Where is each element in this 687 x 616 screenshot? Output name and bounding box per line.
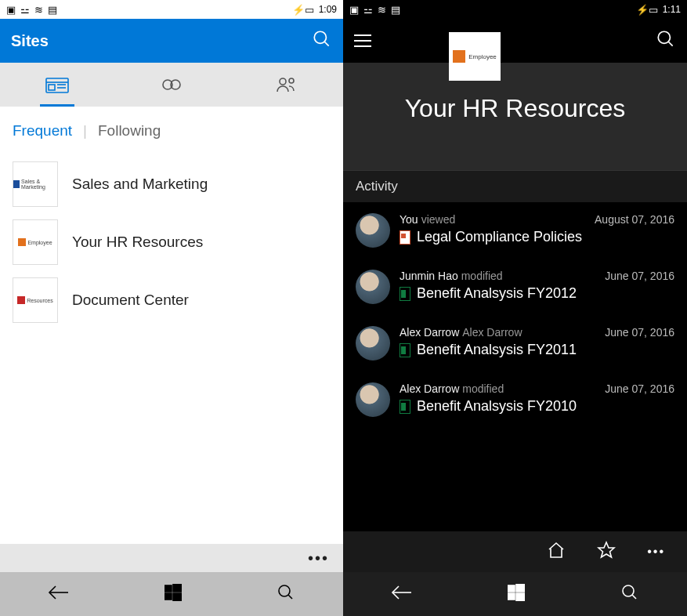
doc-title: Legal Compliance Policies: [417, 229, 582, 245]
doc-title: Benefit Analsysis FY2012: [417, 285, 577, 302]
site-list: Sales & Marketing Sales and Marketing Em…: [0, 155, 343, 544]
battery-icon: ⚡▭: [292, 4, 314, 16]
system-navbar: [0, 572, 343, 616]
action-bar: •••: [343, 531, 687, 572]
activity-verb: viewed: [421, 213, 456, 226]
svg-rect-12: [165, 585, 172, 592]
activity-item[interactable]: YouviewedAugust 07, 2016 Legal Complianc…: [343, 202, 687, 259]
excel-icon: [400, 287, 410, 301]
home-icon[interactable]: [547, 541, 566, 563]
page-title: Sites: [11, 32, 49, 50]
back-button[interactable]: [391, 585, 413, 603]
app-header: Sites: [0, 19, 343, 63]
activity-item[interactable]: Junmin HaomodifiedJune 07, 2016 Benefit …: [343, 259, 687, 315]
signal-icon: ≋: [34, 4, 43, 16]
svg-rect-4: [49, 85, 55, 90]
svg-point-9: [280, 78, 286, 85]
excel-icon: [400, 400, 410, 414]
filter-row: Frequent | Following: [0, 107, 343, 155]
avatar: [356, 326, 390, 361]
clock: 1:11: [663, 4, 681, 15]
section-activity-label: Activity: [343, 170, 687, 202]
star-icon[interactable]: [597, 541, 616, 563]
svg-rect-24: [508, 593, 515, 600]
doc-title: Benefit Analsysis FY2010: [417, 398, 577, 415]
svg-point-0: [314, 31, 326, 43]
svg-marker-20: [598, 542, 614, 557]
activity-actor: You: [400, 213, 418, 226]
more-button[interactable]: •••: [0, 544, 343, 572]
sim-icon: ▣: [349, 4, 359, 16]
svg-rect-13: [173, 584, 182, 592]
svg-point-10: [289, 78, 294, 83]
tab-people[interactable]: [262, 63, 309, 107]
wifi-icon: ⚍: [363, 4, 373, 16]
status-bar: ▣ ⚍ ≋ ▤ ⚡▭ 1:11: [343, 0, 687, 19]
activity-verb: modified: [461, 270, 503, 282]
svg-point-26: [623, 585, 634, 596]
sharepoint-sites-screen: ▣ ⚍ ≋ ▤ ⚡▭ 1:09 Sites Frequent | Followi…: [0, 0, 343, 616]
activity-list: YouviewedAugust 07, 2016 Legal Complianc…: [343, 202, 687, 531]
activity-date: June 07, 2016: [605, 382, 674, 395]
home-button[interactable]: [165, 584, 182, 604]
site-item-doc[interactable]: Resources Document Center: [0, 271, 343, 329]
activity-actor: Alex Darrow: [400, 382, 459, 395]
message-icon: ▤: [48, 4, 57, 16]
site-logo: Employee: [449, 32, 501, 81]
avatar: [356, 270, 390, 304]
activity-verb: Alex Darrow: [462, 326, 522, 339]
sim-icon: ▣: [6, 4, 16, 16]
svg-rect-14: [165, 593, 172, 600]
site-item-sales[interactable]: Sales & Marketing Sales and Marketing: [0, 155, 343, 213]
avatar: [356, 382, 390, 417]
search-button[interactable]: [620, 583, 639, 605]
site-item-hr[interactable]: Employee Your HR Resources: [0, 213, 343, 271]
activity-actor: Alex Darrow: [400, 326, 459, 339]
search-button[interactable]: [312, 29, 332, 53]
activity-date: June 07, 2016: [605, 270, 674, 282]
powerpoint-icon: [400, 230, 410, 245]
doc-title: Benefit Analsysis FY2011: [417, 342, 577, 358]
battery-icon: ⚡▭: [636, 4, 658, 16]
svg-rect-15: [173, 593, 182, 601]
activity-date: June 07, 2016: [605, 326, 674, 339]
site-name: Sales and Marketing: [72, 176, 208, 193]
filter-following[interactable]: Following: [98, 122, 161, 140]
search-button[interactable]: [656, 29, 676, 53]
search-button[interactable]: [277, 583, 295, 605]
site-title: Your HR Resources: [343, 63, 687, 170]
wifi-icon: ⚍: [20, 4, 30, 16]
site-thumb: Resources: [13, 277, 58, 323]
site-name: Document Center: [72, 292, 189, 309]
site-thumb: Employee: [13, 219, 58, 265]
message-icon: ▤: [391, 4, 400, 16]
activity-item[interactable]: Alex DarrowmodifiedJune 07, 2016 Benefit…: [343, 371, 687, 428]
more-icon[interactable]: •••: [647, 545, 665, 559]
home-button[interactable]: [508, 584, 525, 604]
activity-verb: modified: [462, 382, 504, 395]
tab-links[interactable]: [148, 63, 195, 107]
system-navbar: [343, 572, 687, 616]
activity-actor: Junmin Hao: [400, 270, 458, 282]
app-header: Employee: [343, 19, 687, 63]
svg-point-18: [658, 31, 670, 43]
tab-bar: [0, 63, 343, 107]
excel-icon: [400, 343, 410, 357]
filter-separator: |: [83, 122, 87, 140]
filter-frequent[interactable]: Frequent: [13, 122, 72, 140]
status-bar: ▣ ⚍ ≋ ▤ ⚡▭ 1:09: [0, 0, 343, 19]
svg-rect-25: [516, 593, 525, 601]
svg-rect-22: [508, 585, 515, 592]
avatar: [356, 213, 390, 248]
clock: 1:09: [319, 4, 337, 15]
svg-point-16: [279, 585, 290, 596]
svg-line-1: [324, 42, 328, 45]
activity-item[interactable]: Alex DarrowAlex DarrowJune 07, 2016 Bene…: [343, 315, 687, 371]
hamburger-menu[interactable]: [354, 34, 371, 47]
svg-line-19: [668, 42, 672, 45]
tab-sites[interactable]: [34, 63, 81, 107]
svg-line-27: [632, 595, 636, 599]
site-thumb: Sales & Marketing: [13, 161, 58, 207]
activity-date: August 07, 2016: [595, 213, 674, 226]
back-button[interactable]: [48, 585, 70, 603]
